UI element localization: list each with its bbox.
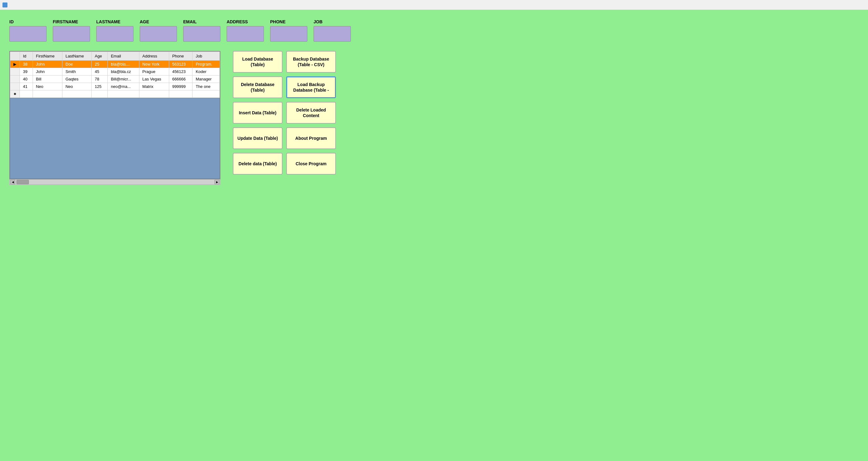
cell-age: 125 [92, 83, 108, 90]
close-program-button[interactable]: Close Program [286, 153, 336, 175]
email-field-input[interactable] [183, 26, 220, 41]
job-field-input[interactable] [314, 26, 351, 41]
cell-email: neo@ma... [108, 83, 139, 90]
col-header-Address: Address [139, 52, 169, 61]
age-field-input[interactable] [140, 26, 177, 41]
cell-lastname: Gaqtes [62, 76, 91, 83]
row-indicator [10, 68, 20, 76]
col-header-LastName: LastName [62, 52, 91, 61]
load-backup-button[interactable]: Load Backup Database (Table - [286, 77, 336, 98]
empty-cell [192, 90, 220, 98]
cell-address: Matrix [139, 83, 169, 90]
cell-age: 25 [92, 61, 108, 68]
scroll-right-button[interactable]: ▶ [215, 180, 219, 184]
cell-firstname: John [33, 61, 62, 68]
scroll-left-button[interactable]: ◀ [10, 180, 15, 184]
empty-cell [62, 90, 91, 98]
id-field-label: ID [9, 19, 46, 24]
close-button[interactable] [851, 0, 866, 10]
id-field-group: ID [9, 19, 46, 41]
cell-firstname: Bill [33, 76, 62, 83]
buttons-section: Load Database (Table)Backup Database (Ta… [233, 51, 336, 175]
table-container: IdFirstNameLastNameAgeEmailAddressPhoneJ… [9, 51, 220, 185]
about-program-button[interactable]: About Program [286, 127, 336, 149]
horizontal-scrollbar[interactable]: ◀ ▶ [9, 179, 220, 185]
age-field-group: AGE [140, 19, 177, 41]
cell-lastname: Neo [62, 83, 91, 90]
data-table: IdFirstNameLastNameAgeEmailAddressPhoneJ… [10, 52, 220, 98]
phone-field-group: PHONE [270, 19, 307, 41]
delete-db-button[interactable]: Delete Database (Table) [233, 77, 282, 98]
title-bar-controls [822, 0, 866, 10]
load-db-button[interactable]: Load Database (Table) [233, 51, 282, 73]
scroll-arrows: ◀ ▶ [10, 180, 219, 184]
cell-job: Manager [192, 76, 220, 83]
cell-email: Bill@micr... [108, 76, 139, 83]
address-field-label: ADDRESS [227, 19, 264, 24]
col-header-FirstName: FirstName [33, 52, 62, 61]
col-header-Age: Age [92, 52, 108, 61]
phone-field-label: PHONE [270, 19, 307, 24]
address-field-input[interactable] [227, 26, 264, 41]
table-row[interactable]: 40BillGaqtes78Bill@micr...Las Vegas66666… [10, 76, 220, 83]
cell-email: bla@bla.... [108, 61, 139, 68]
data-table-wrapper[interactable]: IdFirstNameLastNameAgeEmailAddressPhoneJ… [9, 51, 220, 179]
cell-address: Las Vegas [139, 76, 169, 83]
cell-phone: 666666 [169, 76, 192, 83]
lastname-field-input[interactable] [96, 26, 133, 41]
empty-data-area [10, 98, 220, 179]
insert-data-button[interactable]: Insert Data (Table) [233, 102, 282, 124]
cell-job: Program. [192, 61, 220, 68]
main-content: IDFIRSTNAMELASTNAMEAGEEMAILADDRESSPHONEJ… [0, 10, 868, 461]
table-row[interactable]: 41NeoNeo125neo@ma...Matrix999999The one [10, 83, 220, 90]
id-field-input[interactable] [9, 26, 46, 41]
lastname-field-label: LASTNAME [96, 19, 133, 24]
cell-phone: 456123 [169, 68, 192, 76]
empty-cell [92, 90, 108, 98]
cell-id: 39 [20, 68, 33, 76]
col-header-Phone: Phone [169, 52, 192, 61]
empty-cell [108, 90, 139, 98]
buttons-grid: Load Database (Table)Backup Database (Ta… [233, 51, 336, 175]
bottom-section: IdFirstNameLastNameAgeEmailAddressPhoneJ… [9, 51, 859, 185]
scrollbar-thumb[interactable] [17, 180, 29, 184]
job-field-label: JOB [314, 19, 351, 24]
delete-loaded-button[interactable]: Delete Loaded Content [286, 102, 336, 124]
row-indicator [10, 83, 20, 90]
minimize-button[interactable] [822, 0, 836, 10]
cell-id: 38 [20, 61, 33, 68]
cell-id: 41 [20, 83, 33, 90]
table-empty-row: ✱ [10, 90, 220, 98]
table-row[interactable]: 39JohnSmith45bla@bla.czPrague456123Koder [10, 68, 220, 76]
empty-cell [169, 90, 192, 98]
cell-job: The one [192, 83, 220, 90]
empty-row-indicator: ✱ [10, 90, 20, 98]
firstname-field-group: FIRSTNAME [53, 19, 90, 41]
restore-button[interactable] [836, 0, 850, 10]
col-header-Job: Job [192, 52, 220, 61]
cell-phone: 563123 [169, 61, 192, 68]
fields-section: IDFIRSTNAMELASTNAMEAGEEMAILADDRESSPHONEJ… [9, 19, 859, 41]
delete-data-button[interactable]: Delete data (Table) [233, 153, 282, 175]
cell-lastname: Smith [62, 68, 91, 76]
table-row[interactable]: ▶38JohnDoe25bla@bla....New York563123Pro… [10, 61, 220, 68]
title-bar [0, 0, 868, 10]
cell-age: 45 [92, 68, 108, 76]
empty-cell [20, 90, 33, 98]
cell-id: 40 [20, 76, 33, 83]
row-indicator: ▶ [10, 61, 20, 68]
empty-cell [139, 90, 169, 98]
col-header-indicator [10, 52, 20, 61]
col-header-Id: Id [20, 52, 33, 61]
address-field-group: ADDRESS [227, 19, 264, 41]
empty-cell [33, 90, 62, 98]
firstname-field-input[interactable] [53, 26, 90, 41]
col-header-Email: Email [108, 52, 139, 61]
age-field-label: AGE [140, 19, 177, 24]
phone-field-input[interactable] [270, 26, 307, 41]
firstname-field-label: FIRSTNAME [53, 19, 90, 24]
update-data-button[interactable]: Update Data (Table) [233, 127, 282, 149]
lastname-field-group: LASTNAME [96, 19, 133, 41]
cell-firstname: Neo [33, 83, 62, 90]
backup-db-button[interactable]: Backup Database (Table - CSV) [286, 51, 336, 73]
